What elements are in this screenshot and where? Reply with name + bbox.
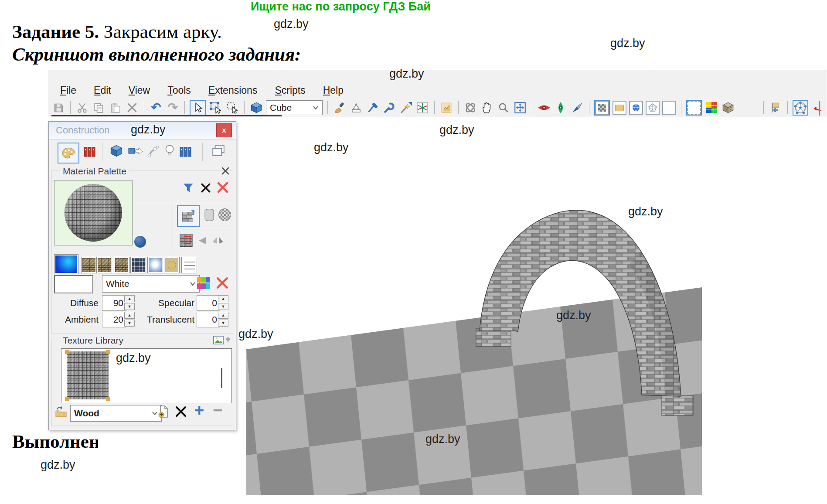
settings-tool-button[interactable] bbox=[382, 101, 396, 115]
menu-help[interactable]: Help bbox=[314, 83, 352, 98]
color-dropdown[interactable]: White bbox=[102, 275, 200, 293]
pin-icon[interactable] bbox=[224, 336, 232, 344]
scrollbar-thumb[interactable] bbox=[221, 368, 222, 388]
cylinder-mapping-button[interactable] bbox=[202, 207, 216, 223]
material-tab-color[interactable] bbox=[54, 254, 78, 274]
spinner-up[interactable]: ▲ bbox=[124, 295, 135, 302]
specular-value[interactable]: 0 bbox=[197, 295, 220, 311]
redo-button[interactable]: ↷ bbox=[166, 101, 180, 115]
blue-sphere-button[interactable] bbox=[134, 236, 146, 248]
texture-category-dropdown[interactable]: Wood bbox=[70, 405, 162, 422]
material-tab-stone1[interactable] bbox=[81, 257, 97, 273]
camera-y-button[interactable] bbox=[554, 101, 568, 115]
spinner-up[interactable]: ▲ bbox=[218, 312, 228, 319]
view-globe-button[interactable] bbox=[629, 101, 643, 115]
material-tab-coin[interactable] bbox=[164, 257, 180, 273]
menu-edit[interactable]: Edit bbox=[85, 83, 120, 98]
eyedropper-tool-button[interactable] bbox=[366, 101, 380, 115]
ambient-value[interactable]: 20 bbox=[102, 312, 126, 327]
cascade-windows-button[interactable] bbox=[211, 144, 226, 157]
delete-button[interactable] bbox=[125, 101, 139, 115]
textured-cube-button[interactable] bbox=[721, 101, 735, 115]
import-button[interactable] bbox=[769, 101, 783, 115]
view-blank-button[interactable] bbox=[662, 101, 676, 115]
texture-mapping-button[interactable] bbox=[177, 205, 200, 227]
spinner-down[interactable]: ▼ bbox=[218, 320, 228, 327]
material-tab-stone3[interactable] bbox=[114, 257, 129, 273]
material-tab-grid[interactable] bbox=[130, 257, 146, 273]
zoom-in-texture-button[interactable]: + bbox=[193, 402, 206, 418]
sphere-mapping-button[interactable] bbox=[218, 208, 231, 221]
remove-material-button[interactable] bbox=[215, 180, 230, 195]
select-tool-button[interactable] bbox=[190, 100, 206, 116]
lights-tab-button[interactable] bbox=[164, 143, 175, 158]
camera-free-button[interactable] bbox=[570, 101, 584, 115]
paint-tool-button[interactable] bbox=[333, 101, 347, 115]
filter-materials-button[interactable] bbox=[181, 181, 195, 195]
main-toolbar: ↶ ↷ Cube bbox=[51, 99, 825, 116]
mirror-button[interactable] bbox=[211, 234, 225, 246]
extrude-tab-button[interactable] bbox=[127, 145, 145, 157]
translucent-value[interactable]: 0 bbox=[197, 312, 220, 327]
add-texture-button[interactable] bbox=[157, 404, 170, 419]
cut-button[interactable] bbox=[75, 101, 89, 115]
menu-view[interactable]: View bbox=[120, 83, 159, 98]
camera-x-button[interactable] bbox=[537, 101, 551, 115]
axes-tool-button[interactable] bbox=[415, 101, 429, 115]
scene-library-button[interactable] bbox=[179, 145, 193, 158]
red-x-icon bbox=[216, 181, 229, 194]
spinner-down[interactable]: ▼ bbox=[124, 320, 135, 327]
delete-material-button[interactable] bbox=[199, 181, 213, 195]
texture-list-item-selected[interactable] bbox=[67, 351, 109, 399]
zoom-extents-button[interactable] bbox=[513, 101, 527, 115]
zoom-tool-button[interactable] bbox=[497, 101, 510, 115]
delete-texture-button[interactable] bbox=[174, 404, 188, 419]
selection-mode-button[interactable] bbox=[686, 100, 702, 116]
color-picker-button[interactable] bbox=[197, 277, 210, 289]
panel-close-button[interactable]: x bbox=[216, 123, 232, 137]
clear-color-button[interactable] bbox=[214, 275, 230, 291]
color-swatch[interactable] bbox=[54, 275, 93, 293]
save-button[interactable] bbox=[51, 101, 65, 115]
view-screen-button[interactable] bbox=[613, 101, 626, 115]
orbit-tool-button[interactable] bbox=[463, 101, 477, 115]
zoom-out-texture-button[interactable]: − bbox=[211, 402, 224, 418]
color-grid-icon bbox=[197, 277, 210, 283]
menu-scripts[interactable]: Scripts bbox=[266, 83, 314, 98]
spinner-down[interactable]: ▼ bbox=[124, 303, 135, 310]
fill-tool-button[interactable] bbox=[349, 101, 363, 115]
material-tab-glow[interactable] bbox=[147, 257, 163, 273]
bones-tab-button[interactable] bbox=[146, 144, 160, 158]
material-preview-swatch[interactable] bbox=[54, 180, 133, 245]
image-adjust-button[interactable] bbox=[439, 101, 453, 115]
undo-button[interactable]: ↶ bbox=[149, 101, 163, 115]
shapes-tab-button[interactable] bbox=[109, 143, 124, 158]
texture-sample-button[interactable] bbox=[180, 234, 193, 247]
lasso-select-tool-button[interactable] bbox=[225, 101, 239, 115]
magic-wand-tool-button[interactable] bbox=[399, 101, 413, 115]
spinner-down[interactable]: ▼ bbox=[218, 303, 228, 310]
diffuse-value[interactable]: 90 bbox=[102, 295, 126, 311]
wireframe-sphere-button[interactable] bbox=[793, 100, 808, 116]
menu-tools[interactable]: Tools bbox=[159, 83, 200, 98]
reload-library-button[interactable] bbox=[54, 405, 68, 419]
view-wireframe-button[interactable] bbox=[646, 101, 660, 115]
material-tab-list[interactable] bbox=[181, 257, 197, 273]
material-palette-close-button[interactable] bbox=[220, 165, 231, 177]
select-object-tool-button[interactable] bbox=[209, 101, 223, 115]
material-tab-stone2[interactable] bbox=[96, 257, 112, 273]
paste-button[interactable] bbox=[109, 101, 123, 115]
spinner-up[interactable]: ▲ bbox=[218, 295, 228, 302]
materials-mode-button[interactable] bbox=[58, 143, 79, 163]
menu-file[interactable]: File bbox=[51, 83, 85, 98]
flip-horizontal-button[interactable] bbox=[196, 235, 208, 246]
material-library-button[interactable] bbox=[83, 145, 97, 158]
menu-extensions[interactable]: Extensions bbox=[200, 83, 266, 98]
copy-button[interactable] bbox=[92, 101, 106, 115]
shape-selector-dropdown[interactable]: Cube bbox=[266, 100, 323, 115]
pan-tool-button[interactable] bbox=[480, 101, 494, 115]
color-cube-button[interactable] bbox=[704, 101, 718, 115]
image-icon[interactable] bbox=[213, 335, 224, 345]
view-textured-button[interactable] bbox=[594, 100, 610, 116]
spinner-up[interactable]: ▲ bbox=[124, 312, 135, 319]
